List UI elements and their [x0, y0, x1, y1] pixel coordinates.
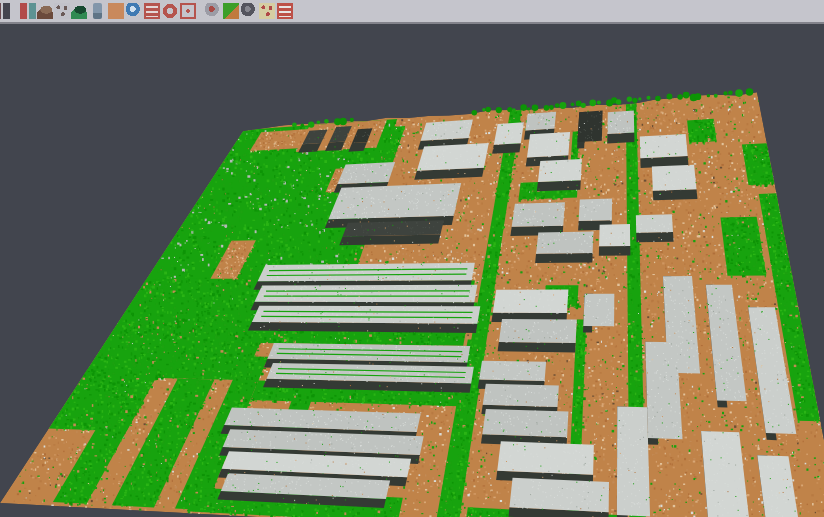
selection-bounds-icon[interactable] [180, 3, 196, 19]
terrain-green-icon[interactable] [71, 3, 87, 19]
layers-red-icon[interactable] [144, 3, 160, 19]
application-window [0, 0, 824, 517]
profile-column-icon[interactable] [93, 3, 102, 19]
globe-blue-icon[interactable] [126, 3, 142, 19]
swap-arrows-icon[interactable] [20, 3, 36, 19]
ortho-image-icon[interactable] [108, 3, 124, 19]
delete-pages-icon[interactable] [259, 3, 275, 19]
flag-red-icon[interactable] [277, 3, 293, 19]
terrain-brown-icon[interactable] [37, 3, 53, 19]
point-cloud-3d-viewport[interactable] [0, 0, 824, 517]
main-toolbar [0, 0, 824, 24]
classified-map-icon[interactable] [223, 3, 239, 19]
dark-globe-icon[interactable] [241, 3, 257, 19]
palette-blocks-icon[interactable] [0, 3, 10, 19]
points-icon[interactable] [54, 3, 70, 19]
sphere-check-icon[interactable] [205, 3, 221, 19]
target-ring-icon[interactable] [162, 3, 178, 19]
